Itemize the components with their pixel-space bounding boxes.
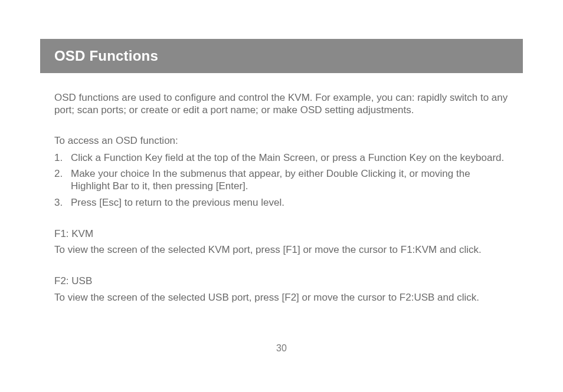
f1-label: F1: KVM bbox=[54, 228, 509, 240]
section-header-bar: OSD Functions bbox=[40, 39, 523, 73]
step-item: Click a Function Key field at the top of… bbox=[71, 151, 509, 164]
f2-block: F2: USB To view the screen of the select… bbox=[54, 275, 509, 304]
f2-description: To view the screen of the selected USB p… bbox=[54, 291, 509, 304]
step-item: Press [Esc] to return to the previous me… bbox=[71, 196, 509, 209]
content-area: OSD functions are used to configure and … bbox=[54, 91, 509, 322]
intro-paragraph: OSD functions are used to configure and … bbox=[54, 91, 509, 117]
f1-description: To view the screen of the selected KVM p… bbox=[54, 243, 509, 256]
page-number: 30 bbox=[0, 343, 563, 354]
steps-list: Click a Function Key field at the top of… bbox=[54, 151, 509, 209]
f1-block: F1: KVM To view the screen of the select… bbox=[54, 228, 509, 256]
step-item: Make your choice In the submenus that ap… bbox=[71, 167, 509, 193]
f2-label: F2: USB bbox=[54, 275, 509, 287]
access-heading: To access an OSD function: bbox=[54, 134, 509, 147]
section-title: OSD Functions bbox=[54, 48, 158, 64]
